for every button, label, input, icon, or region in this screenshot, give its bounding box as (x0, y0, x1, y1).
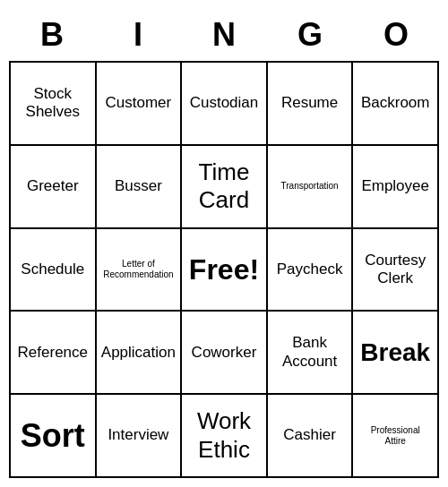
cell-text-0: Stock Shelves (26, 85, 80, 122)
cell-2: Custodian (182, 63, 268, 146)
cell-text-15: Reference (18, 344, 88, 362)
cell-text-2: Custodian (190, 94, 259, 112)
cell-text-5: Greeter (27, 177, 79, 195)
bingo-header: B I N G O (9, 9, 439, 61)
cell-text-11: Letter of Recommendation (103, 259, 173, 280)
cell-0: Stock Shelves (11, 63, 97, 146)
cell-5: Greeter (11, 146, 97, 229)
cell-text-22: Work Ethic (197, 407, 251, 463)
cell-text-4: Backroom (361, 94, 430, 112)
cell-text-3: Resume (281, 94, 338, 112)
cell-text-14: Courtesy Clerk (365, 252, 426, 288)
cell-text-17: Coworker (192, 344, 257, 362)
cell-24: Professional Attire (353, 395, 439, 478)
cell-text-24: Professional Attire (371, 425, 420, 447)
cell-1: Customer (97, 63, 183, 146)
cell-22: Work Ethic (182, 395, 268, 478)
cell-text-1: Customer (106, 94, 172, 112)
header-o: O (353, 13, 439, 57)
cell-17: Coworker (182, 312, 268, 395)
cell-text-21: Interview (108, 426, 168, 444)
cell-14: Courtesy Clerk (353, 229, 439, 312)
cell-4: Backroom (353, 63, 439, 146)
header-n: N (181, 13, 267, 57)
cell-9: Employee (353, 146, 439, 229)
cell-text-13: Paycheck (277, 261, 343, 278)
cell-20: Sort (11, 395, 97, 478)
cell-11: Letter of Recommendation (97, 229, 183, 312)
cell-16: Application (97, 312, 183, 395)
cell-text-18: Bank Account (282, 334, 337, 371)
cell-text-19: Break (360, 337, 430, 368)
cell-12: Free! (182, 229, 268, 312)
cell-6: Busser (97, 146, 183, 229)
cell-text-20: Sort (21, 416, 85, 455)
cell-18: Bank Account (268, 312, 354, 395)
header-i: I (95, 13, 181, 57)
header-b: B (9, 13, 95, 57)
cell-text-8: Transportation (281, 181, 339, 192)
cell-15: Reference (11, 312, 97, 395)
cell-text-6: Busser (115, 177, 162, 195)
cell-text-10: Schedule (21, 261, 84, 278)
cell-3: Resume (268, 63, 354, 146)
cell-text-23: Cashier (283, 426, 336, 444)
cell-10: Schedule (11, 229, 97, 312)
bingo-grid: Stock ShelvesCustomerCustodianResumeBack… (9, 61, 439, 478)
cell-8: Transportation (268, 146, 354, 229)
cell-23: Cashier (268, 395, 354, 478)
cell-text-16: Application (101, 344, 176, 362)
cell-19: Break (353, 312, 439, 395)
bingo-card: B I N G O Stock ShelvesCustomerCustodian… (9, 9, 439, 478)
header-g: G (267, 13, 353, 57)
cell-7: Time Card (182, 146, 268, 229)
cell-21: Interview (97, 395, 183, 478)
cell-text-7: Time Card (199, 158, 250, 214)
cell-text-9: Employee (361, 177, 429, 195)
cell-13: Paycheck (268, 229, 354, 312)
cell-text-12: Free! (189, 252, 259, 286)
